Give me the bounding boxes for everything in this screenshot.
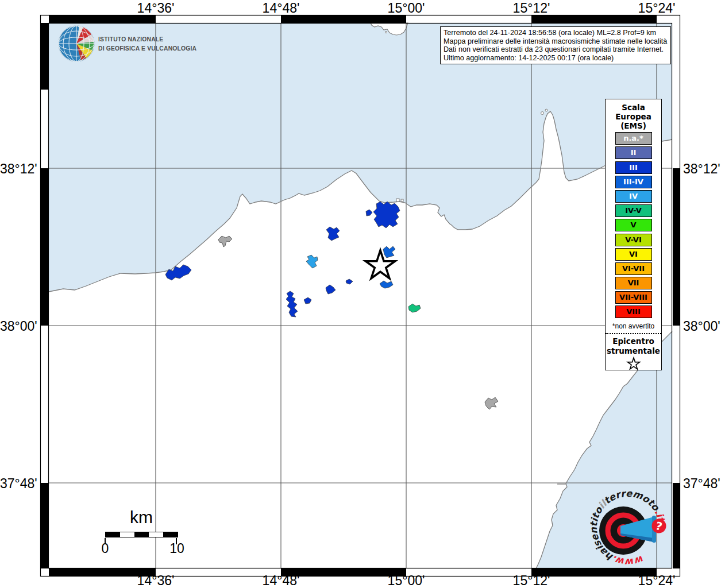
axis-label-right: 38°00': [683, 319, 721, 334]
axis-label-left: 37°48': [0, 476, 37, 492]
info-line-map: Mappa preliminare delle intensità macros…: [444, 37, 668, 46]
legend-swatch-vi: VI: [615, 248, 652, 261]
legend-swatch-ii: II: [615, 146, 652, 159]
town-polygon: [373, 202, 400, 228]
info-line-updated: Ultimo aggiornamento: 14-12-2025 00:17 (…: [444, 54, 668, 63]
axis-label-bottom: 14°36': [127, 573, 184, 588]
legend-swatch-iv: IV: [615, 190, 652, 203]
legend-divider: [606, 333, 661, 334]
earthquake-info-box: Terremoto del 24-11-2024 18:56:58 (ora l…: [440, 26, 671, 64]
scale-label-end: 10: [164, 541, 190, 556]
legend-epicenter-star-icon: [626, 357, 641, 370]
axis-label-left: 38°12': [0, 161, 37, 177]
axis-label-bottom: 14°48': [252, 573, 310, 588]
scale-label-start: 0: [98, 541, 113, 556]
legend-swatch-iii-iv: III-IV: [615, 176, 652, 188]
axis-label-top: 14°36': [127, 1, 184, 16]
islet-dot: [385, 31, 387, 33]
legend-title: Scala Europea (EMS): [606, 103, 661, 130]
legend-footnote: *non avvertito: [606, 322, 661, 330]
axis-label-bottom: 15°24': [628, 573, 685, 588]
legend-swatch-v: V: [615, 219, 652, 231]
axis-label-right: 38°12': [683, 161, 721, 177]
legend-swatch-na: n.a.*: [615, 132, 652, 145]
ingv-name-line2: DI GEOFISICA E VULCANOLOGIA: [98, 44, 196, 53]
axis-label-top: 15°00': [377, 1, 435, 16]
port-islet: [396, 199, 399, 202]
legend-swatch-v-vi: V-VI: [615, 234, 652, 246]
cape-islet: [541, 112, 544, 115]
scale-bar: [105, 532, 178, 537]
cape-islet: [545, 109, 548, 111]
axis-label-bottom: 15°12': [503, 573, 560, 588]
info-line-data: Dati non verificati estratti da 23 quest…: [444, 45, 668, 54]
axis-label-right: 37°48': [683, 476, 721, 492]
scale-bar-unit: km: [118, 508, 164, 527]
legend-swatch-iv-v: IV-V: [615, 204, 652, 217]
legend-swatch-vii: VII: [615, 277, 652, 289]
haisentito-logo: www.haisentitoilterremoto.it ?: [585, 485, 671, 571]
legend-swatch-viii: VIII: [615, 305, 652, 318]
legend-epicenter-label: Epicentro strumentale: [606, 336, 661, 355]
axis-label-bottom: 15°00': [377, 573, 435, 588]
port-islet: [401, 199, 403, 202]
axis-label-top: 14°48': [252, 1, 310, 16]
legend-swatch-vii-viii: VII-VIII: [615, 291, 652, 304]
seismic-intensity-map-page: 14°36' 14°48' 15°00' 15°12' 15°24' 14°36…: [0, 0, 721, 588]
legend-swatch-iii: III: [615, 161, 652, 174]
axis-label-left: 38°00': [0, 319, 37, 334]
legend-swatch-vi-vii: VI-VII: [615, 262, 652, 275]
axis-label-top: 15°12': [503, 1, 560, 16]
ingv-globe-logo: [57, 25, 95, 63]
ingv-name-line1: ISTITUTO NAZIONALE: [98, 34, 196, 44]
intensity-legend: Scala Europea (EMS) n.a.* II III III-IV …: [605, 99, 662, 370]
ingv-institute-name: ISTITUTO NAZIONALE DI GEOFISICA E VULCAN…: [98, 34, 196, 53]
info-line-event: Terremoto del 24-11-2024 18:56:58 (ora l…: [444, 29, 668, 37]
axis-label-top: 15°24': [628, 1, 685, 16]
